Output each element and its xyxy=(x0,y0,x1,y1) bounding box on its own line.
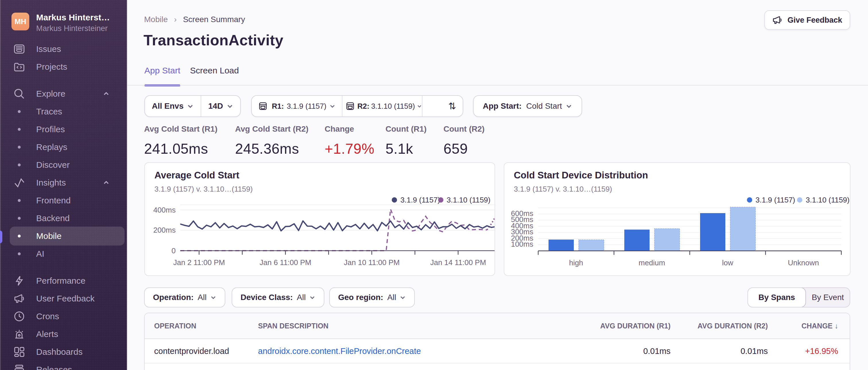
svg-text:Jan 10 11:00 PM: Jan 10 11:00 PM xyxy=(344,258,400,267)
svg-text:400ms: 400ms xyxy=(153,206,176,214)
svg-text:Jan 2 11:00 PM: Jan 2 11:00 PM xyxy=(174,258,225,267)
svg-text:3.1.9 (1157): 3.1.9 (1157) xyxy=(400,196,440,204)
svg-text:Jan 14 11:00 PM: Jan 14 11:00 PM xyxy=(430,258,486,267)
svg-text:3.1.10 (1159): 3.1.10 (1159) xyxy=(806,196,849,204)
svg-text:Unknown: Unknown xyxy=(788,259,819,267)
svg-text:0: 0 xyxy=(172,246,176,255)
svg-text:200ms: 200ms xyxy=(153,226,176,234)
svg-text:low: low xyxy=(722,259,733,267)
svg-text:3.1.9 (1157): 3.1.9 (1157) xyxy=(755,196,795,204)
svg-text:high: high xyxy=(569,259,583,267)
svg-text:3.1.10 (1159): 3.1.10 (1159) xyxy=(446,196,491,204)
svg-text:100ms: 100ms xyxy=(511,240,533,248)
svg-text:Jan 6 11:00 PM: Jan 6 11:00 PM xyxy=(259,258,311,267)
svg-text:medium: medium xyxy=(639,259,665,267)
